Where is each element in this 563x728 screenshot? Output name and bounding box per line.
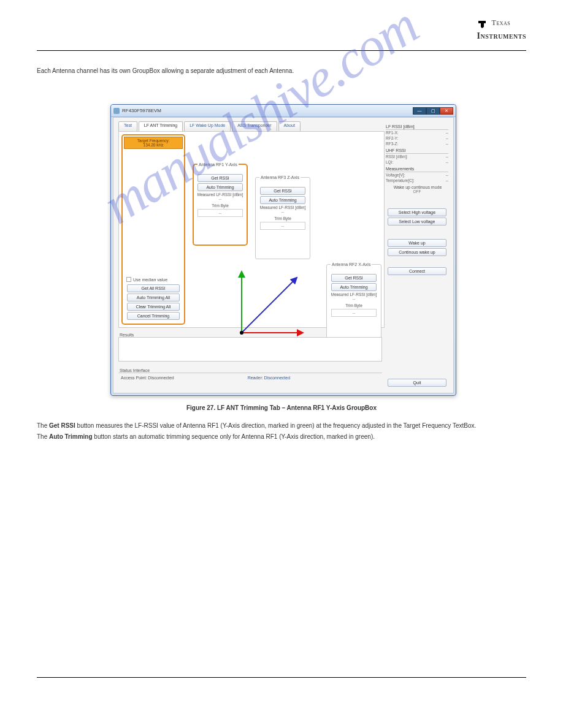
rf3-auto-trimming-button[interactable]: Auto Trimming <box>260 196 305 204</box>
tab-test[interactable]: Test <box>118 121 137 131</box>
left-column: Target Frequency: 134.20 kHz Use median … <box>121 134 185 325</box>
use-median-label: Use median value <box>133 278 167 282</box>
quit-button[interactable]: Quit <box>388 379 446 387</box>
antenna-rf3-group: Antenna RF3 Z-Axis Get RSSI Auto Trimmin… <box>255 177 310 259</box>
uhf-header: UHF RSSI <box>386 148 448 154</box>
lfrssi-header: LF RSSI [dBm] <box>386 124 448 130</box>
window-title: RF430F5978EVM <box>122 108 161 113</box>
rf3-trim-value: -- <box>260 222 305 230</box>
get-all-rssi-button[interactable]: Get All RSSI <box>127 284 180 292</box>
target-frequency-box[interactable]: Target Frequency: 134.20 kHz <box>124 137 183 149</box>
ti-logo: TexasInstruments <box>477 18 526 41</box>
auto-trimming-all-button[interactable]: Auto Trimming All <box>127 294 180 301</box>
brand-name-2: Instruments <box>477 31 526 40</box>
wake-up-button[interactable]: Wake up <box>388 239 446 247</box>
right-panel: LF RSSI [dBm] RF1-X:-- RF2-Y:-- RF3-Z:--… <box>386 123 448 388</box>
rf3-trim-label: Trim Byte <box>258 216 307 221</box>
status-reader: Reader: Disconnected <box>248 376 290 380</box>
antenna-rf1-group: Antenna RF1 Y-Axis Get RSSI Auto Trimmin… <box>193 164 248 246</box>
select-low-voltage-button[interactable]: Select Low voltage <box>388 218 446 226</box>
meas-row: Voltage[V]:-- <box>386 172 448 178</box>
results-output <box>118 337 382 362</box>
lfrssi-row: RF1-X:-- <box>386 130 448 135</box>
post-paragraph: The Auto Trimming button starts an autom… <box>37 433 526 441</box>
brand-name-1: Texas <box>492 18 511 27</box>
tab-aes-transponder[interactable]: AES Transponder <box>232 121 277 131</box>
antenna-rf2-group: Antenna RF2 X-Axis Get RSSI Auto Trimmin… <box>326 264 381 340</box>
rf2-auto-trimming-button[interactable]: Auto Trimming <box>331 283 377 291</box>
rf1-trim-value: -- <box>197 209 243 217</box>
post-note: The Get RSSI button measures the LF-RSSI… <box>37 422 526 441</box>
rf1-auto-trimming-button[interactable]: Auto Trimming <box>197 183 243 191</box>
app-icon <box>113 108 120 114</box>
results-label: Results <box>120 333 382 337</box>
antenna-rf1-title: Antenna RF1 Y-Axis <box>197 162 239 167</box>
status-section: Status Interface Access Point: Disconnec… <box>118 367 382 388</box>
status-access-point: Access Point: Disconnected <box>121 376 174 380</box>
measurements-header: Measurements <box>386 166 448 172</box>
clear-trimming-all-button[interactable]: Clear Trimming All <box>127 303 180 311</box>
auto-trimming-term: Auto Trimming <box>49 433 93 440</box>
continous-wake-up-button[interactable]: Continous wake up <box>388 248 446 256</box>
meas-row: Temperature[C]:-- <box>386 178 448 183</box>
post-paragraph: The Get RSSI button measures the LF-RSSI… <box>37 422 526 430</box>
titlebar: RF430F5978EVM — ▢ ✕ <box>111 105 456 117</box>
app-window: RF430F5978EVM — ▢ ✕ Test LF ANT Trimming… <box>110 104 456 396</box>
maximize-button[interactable]: ▢ <box>426 107 440 115</box>
rf1-trim-label: Trim Byte <box>196 203 244 208</box>
figure-caption: Figure 27. LF ANT Trimming Tab – Antenna… <box>0 404 563 411</box>
cancel-trimming-button[interactable]: Cancel Trimming <box>127 312 180 320</box>
uhf-row: LQI:-- <box>386 159 448 165</box>
lfrssi-row: RF3-Z:-- <box>386 141 448 146</box>
rf1-get-rssi-button[interactable]: Get RSSI <box>197 174 243 182</box>
wake-up-value: OFF <box>386 189 448 194</box>
rf3-get-rssi-button[interactable]: Get RSSI <box>260 187 305 195</box>
rf2-meas-value: -- <box>329 297 378 301</box>
select-high-voltage-button[interactable]: Select High voltage <box>388 208 446 216</box>
rf3-meas-label: Measured LF-RSSI [dBm] <box>258 205 307 210</box>
close-button[interactable]: ✕ <box>440 107 453 115</box>
get-rssi-term: Get RSSI <box>49 422 75 429</box>
results-section: Results <box>118 332 382 363</box>
checkbox-icon <box>126 277 131 282</box>
rf1-meas-value: -- <box>196 197 244 201</box>
rf2-trim-label: Trim Byte <box>329 303 378 308</box>
rf3-meas-value: -- <box>258 210 307 214</box>
svg-line-2 <box>242 278 297 333</box>
lfrssi-row: RF2-Y:-- <box>386 135 448 141</box>
antenna-rf3-title: Antenna RF3 Z-Axis <box>259 175 301 180</box>
tab-lf-wake-up[interactable]: LF Wake Up Mode <box>184 121 231 131</box>
axis-arrows-icon <box>229 265 309 339</box>
footer-rule <box>37 677 526 678</box>
header-rule <box>37 50 526 51</box>
rf2-meas-label: Measured LF-RSSI [dBm] <box>329 292 378 297</box>
antenna-rf2-title: Antenna RF2 X-Axis <box>331 262 372 267</box>
target-freq-value: 134.20 kHz <box>144 143 164 147</box>
status-label: Status Interface <box>120 368 382 373</box>
use-median-checkbox[interactable]: Use median value <box>126 277 184 282</box>
rf2-get-rssi-button[interactable]: Get RSSI <box>331 274 377 282</box>
connect-button[interactable]: Connect <box>388 267 446 275</box>
ti-chip-icon <box>477 18 489 31</box>
wake-up-header: Wake up continous mode <box>387 185 448 189</box>
tab-about[interactable]: About <box>278 121 301 131</box>
tab-lf-ant-trimming[interactable]: LF ANT Trimming <box>139 121 183 131</box>
pre-caption-text: Each Antenna channel has its own GroupBo… <box>37 67 526 74</box>
minimize-button[interactable]: — <box>413 107 426 115</box>
target-freq-label: Target Frequency: <box>137 138 169 143</box>
rf2-trim-value: -- <box>331 309 377 317</box>
main-panel: Target Frequency: 134.20 kHz Use median … <box>118 131 385 328</box>
uhf-row: RSSI [dBm]:-- <box>386 154 448 159</box>
rf1-meas-label: Measured LF-RSSI [dBm] <box>196 192 244 197</box>
